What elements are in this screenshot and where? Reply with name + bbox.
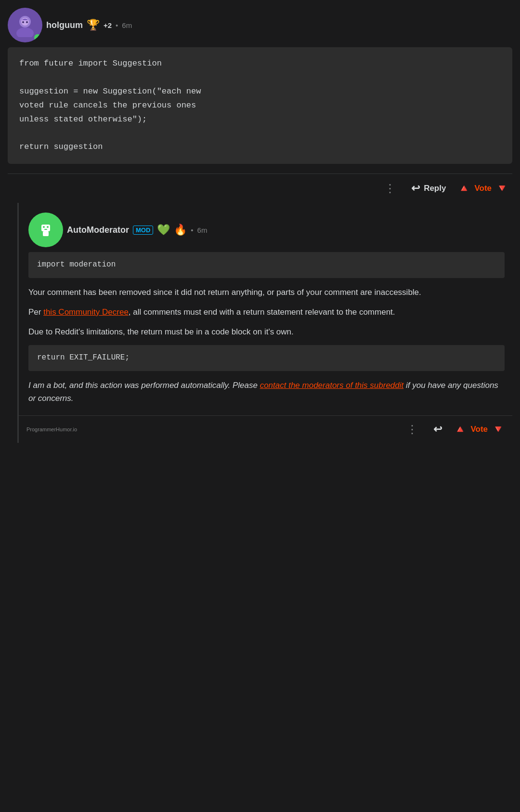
vote-label-holguum: Vote	[474, 184, 492, 193]
bottom-bar-automoderator: ProgrammerHumor.io ⋮ ↩ 🔺 Vote 🔻	[19, 416, 512, 443]
vote-button-holguum[interactable]: 🔺 Vote 🔻	[457, 182, 508, 195]
mod-badge: MOD	[133, 226, 153, 235]
award-icon-am-2: 🔥	[174, 224, 187, 236]
community-decree-link[interactable]: this Community Decree	[43, 307, 129, 317]
reply-icon-holguum: ↩	[411, 182, 420, 195]
svg-point-3	[22, 21, 24, 23]
svg-point-8	[43, 226, 45, 228]
comment-body-automoderator: Your comment has been removed since it d…	[28, 286, 505, 339]
reply-label-holguum: Reply	[424, 184, 446, 193]
comment-automoderator: AutoModerator MOD 💚 🔥 • 6m import modera…	[17, 203, 512, 443]
comment-holguum: holguum 🏆 +2 • 6m from future import Sug…	[8, 8, 512, 173]
comment-header-automoderator: AutoModerator MOD 💚 🔥 • 6m	[28, 213, 505, 247]
svg-point-4	[26, 21, 28, 23]
code-line-4: unless stated otherwise");	[19, 113, 501, 127]
svg-point-9	[47, 226, 49, 228]
vote-label-am: Vote	[470, 425, 488, 434]
dot-separator-am: •	[191, 226, 193, 234]
downvote-icon-holguum: 🔻	[495, 182, 508, 195]
time-holguum: 6m	[122, 21, 132, 29]
more-button-holguum[interactable]: ⋮	[380, 182, 400, 195]
code-line-2: suggestion = new Suggestion("each new	[19, 85, 501, 99]
code-line-3: voted rule cancels the previous ones	[19, 99, 501, 113]
award-icon-am-1: 💚	[157, 224, 170, 236]
action-bar-holguum: ⋮ ↩ Reply 🔺 Vote 🔻	[8, 173, 512, 203]
svg-rect-7	[43, 231, 49, 236]
more-icon-holguum: ⋮	[384, 182, 396, 195]
username-holguum[interactable]: holguum	[46, 20, 83, 30]
code-block-return: return EXIT_FAILURE;	[28, 345, 505, 371]
dot-separator: •	[116, 21, 118, 29]
comment-body-italic: I am a bot, and this action was performe…	[28, 379, 505, 405]
username-automoderator[interactable]: AutoModerator	[67, 225, 129, 235]
svg-point-1	[16, 27, 34, 37]
comment-header-holguum: holguum 🏆 +2 • 6m	[8, 8, 512, 42]
comment-inner-automoderator: AutoModerator MOD 💚 🔥 • 6m import modera…	[19, 203, 512, 415]
code-import: import moderation	[37, 260, 116, 269]
body-paragraph-1: Your comment has been removed since it d…	[28, 286, 505, 299]
reply-button-automoderator[interactable]: ↩	[433, 423, 442, 436]
award-icon-1: 🏆	[87, 19, 100, 31]
code-block-automoderator: import moderation	[28, 252, 505, 278]
code-line-1: from future import Suggestion	[19, 57, 501, 71]
contact-moderators-link[interactable]: contact the moderators of this subreddit	[260, 381, 404, 390]
body-paragraph-3: Due to Reddit's limitations, the return …	[28, 325, 505, 338]
bot-disclaimer: I am a bot, and this action was performe…	[28, 379, 505, 405]
upvote-icon-holguum: 🔺	[457, 182, 470, 195]
more-button-automoderator[interactable]: ⋮	[403, 423, 422, 436]
body-paragraph-2: Per this Community Decree, all comments …	[28, 306, 505, 319]
code-line-5: return suggestion	[19, 140, 501, 154]
more-icon-am: ⋮	[406, 423, 418, 436]
vote-button-automoderator[interactable]: 🔺 Vote 🔻	[454, 423, 505, 436]
upvote-icon-am: 🔺	[454, 423, 467, 436]
svg-rect-6	[41, 225, 50, 231]
code-return: return EXIT_FAILURE;	[37, 353, 130, 362]
reply-button-holguum[interactable]: ↩ Reply	[411, 182, 446, 195]
time-automoderator: 6m	[197, 226, 208, 234]
karma-badge-holguum: +2	[104, 21, 112, 29]
brand-label: ProgrammerHumor.io	[26, 426, 77, 432]
reply-icon-am: ↩	[433, 423, 442, 436]
svg-rect-10	[44, 229, 47, 230]
avatar-automoderator[interactable]	[28, 213, 63, 247]
downvote-icon-am: 🔻	[492, 423, 505, 436]
code-block-holguum: from future import Suggestion suggestion…	[8, 47, 512, 164]
avatar-holguum[interactable]	[8, 8, 42, 42]
